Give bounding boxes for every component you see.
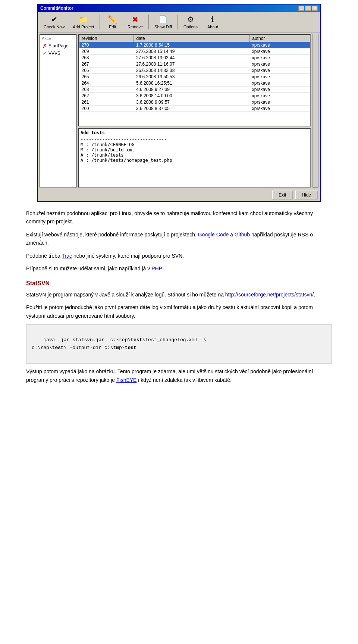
col-date: date: [134, 35, 250, 42]
scrollbar[interactable]: [313, 34, 318, 188]
edit-button[interactable]: ✏️ Edit: [102, 13, 123, 31]
para3-end: nebo jiné systémy, které mají podporu pr…: [73, 253, 184, 259]
table-row[interactable]: 2623.6.2008 14:09:00xprskave: [79, 93, 310, 99]
cell-revision: 263: [79, 87, 134, 93]
code-bold3: test: [125, 345, 136, 351]
code-bold1: test: [131, 337, 142, 343]
cell-date: 26.6.2008 14:32:38: [134, 67, 250, 74]
add-project-label: Add Project: [73, 25, 94, 29]
table-row[interactable]: 26727.6.2008 11:16:07xprskave: [79, 61, 310, 67]
cell-date: 3.6.2008 14:09:00: [134, 93, 250, 99]
cell-author: xprskave: [250, 67, 310, 74]
title-bar-buttons: _ □ ✕: [298, 6, 318, 11]
tree-item-vvvs[interactable]: ✓ VVVS: [42, 50, 75, 57]
php-link[interactable]: PHP: [151, 266, 162, 271]
google-code-link[interactable]: Google Code: [198, 232, 229, 238]
exit-button[interactable]: Exit: [272, 191, 293, 200]
table-row[interactable]: 26626.6.2008 14:32:38xprskave: [79, 67, 310, 74]
remove-button[interactable]: ✖ Remove: [124, 13, 146, 31]
cell-revision: 269: [79, 48, 134, 55]
cell-date: 3.6.2008 8:37:05: [134, 106, 250, 112]
bottom-bar: Exit Hide: [38, 189, 320, 201]
table-row[interactable]: 2701.7.2008 8:54:15xprskave: [79, 42, 310, 48]
check-now-button[interactable]: ✔ Check Now: [40, 13, 68, 31]
right-panel: revision date author 2701.7.2008 8:54:15…: [78, 34, 311, 188]
cell-date: 1.7.2008 8:54:15: [134, 42, 250, 48]
cell-author: xprskave: [250, 99, 310, 106]
log-entry: A : /trunk/tests/homepage_test.php: [81, 158, 309, 163]
trac-link[interactable]: Trac: [62, 253, 72, 259]
table-row[interactable]: 2634.6.2008 9:27:39xprskave: [79, 87, 310, 93]
paragraph-2: Existují webové nástroje, které podobné …: [26, 230, 332, 247]
cell-date: 26.6.2008 13:50:53: [134, 74, 250, 80]
cell-author: xprskave: [250, 48, 310, 55]
remove-label: Remove: [128, 25, 143, 29]
toolbar-separator-3: [178, 15, 178, 29]
vvvs-icon: ✓: [43, 50, 47, 56]
code-block: java -jar statsvn.jar c:\rep\test\test_c…: [26, 324, 332, 364]
options-button[interactable]: ⚙ Options: [180, 13, 201, 31]
table-row[interactable]: 26827.6.2008 13:02:44xprskave: [79, 55, 310, 61]
show-diff-label: Show Diff: [154, 25, 172, 29]
table-row[interactable]: 2613.6.2008 9:09:57xprskave: [79, 99, 310, 106]
cell-date: 5.6.2008 16:25:51: [134, 80, 250, 87]
tree-header: Akce: [42, 36, 75, 41]
log-title: Add tests: [81, 130, 309, 135]
check-now-icon: ✔: [51, 15, 57, 24]
cell-revision: 264: [79, 80, 134, 87]
check-now-label: Check Now: [44, 25, 65, 29]
about-button[interactable]: ℹ About: [202, 13, 223, 31]
cell-author: xprskave: [250, 93, 310, 99]
about-label: About: [207, 25, 218, 29]
page-content: Bohužel neznám podobnou aplikaci pro Lin…: [19, 209, 339, 384]
statsvn-heading: StatSVN: [26, 279, 332, 288]
table-row[interactable]: 26927.6.2008 15:14:49xprskave: [79, 48, 310, 55]
options-label: Options: [183, 25, 198, 29]
col-author: author: [250, 35, 310, 42]
paragraph-1: Bohužel neznám podobnou aplikaci pro Lin…: [26, 209, 332, 226]
hide-button[interactable]: Hide: [295, 191, 318, 200]
cell-date: 27.6.2008 15:14:49: [134, 48, 250, 55]
github-link[interactable]: Github: [235, 232, 250, 238]
close-button[interactable]: ✕: [312, 6, 318, 11]
para7-end: i když není zdaleka tak v líbivém kabátě…: [138, 377, 232, 383]
para2-mid: a: [230, 232, 235, 238]
edit-icon: ✏️: [108, 15, 117, 24]
toolbar: ✔ Check Now 📁 Add Project ✏️ Edit ✖ Remo…: [38, 12, 320, 32]
minimize-button[interactable]: _: [298, 6, 304, 11]
cell-date: 4.6.2008 9:27:39: [134, 87, 250, 93]
cell-revision: 265: [79, 74, 134, 80]
log-separator: --------------------------------: [81, 137, 309, 142]
revision-table: revision date author 2701.7.2008 8:54:15…: [79, 35, 310, 112]
table-row[interactable]: 2603.6.2008 8:37:05xprskave: [79, 106, 310, 112]
paragraph-6: Použití je potom jednoduché jako první p…: [26, 303, 332, 320]
fisheye-link[interactable]: FishEYE: [116, 377, 136, 383]
tree-item-startpage[interactable]: ✗ StartPage: [42, 42, 75, 50]
show-diff-button[interactable]: 📄 Show Diff: [151, 13, 175, 31]
window-title: CommitMonitor: [40, 6, 73, 11]
about-icon: ℹ: [211, 15, 214, 24]
cell-date: 3.6.2008 9:09:57: [134, 99, 250, 106]
maximize-button[interactable]: □: [305, 6, 311, 11]
cell-revision: 268: [79, 55, 134, 61]
main-area: Akce ✗ StartPage ✓ VVVS revision date: [38, 32, 320, 189]
table-row[interactable]: 2645.6.2008 16:25:51xprskave: [79, 80, 310, 87]
toolbar-separator-1: [100, 15, 100, 29]
log-entry: M : /trunk/build.xml: [81, 147, 309, 153]
paragraph-7: Výstup potom vypadá jako na obrázku. Ten…: [26, 367, 332, 384]
paragraph-4: Případně si to můžete udělat sami, jako …: [26, 264, 332, 273]
cell-author: xprskave: [250, 55, 310, 61]
table-row[interactable]: 26526.6.2008 13:50:53xprskave: [79, 74, 310, 80]
cell-revision: 267: [79, 61, 134, 67]
para3-start: Podobně třeba: [26, 253, 60, 259]
cell-author: xprskave: [250, 61, 310, 67]
add-project-button[interactable]: 📁 Add Project: [69, 13, 97, 31]
para4-end: .: [164, 266, 165, 271]
sourceforge-link[interactable]: http://sourceforge.net/projects/statsvn/: [225, 292, 314, 298]
log-panel: Add tests ------------------------------…: [78, 128, 311, 188]
add-project-icon: 📁: [79, 15, 88, 24]
vvvs-label: VVVS: [48, 51, 60, 56]
tree-panel: Akce ✗ StartPage ✓ VVVS: [40, 34, 77, 188]
code-line2: c:\rep\test\ -output-dir c:\tmp\test: [32, 345, 136, 351]
cell-date: 27.6.2008 13:02:44: [134, 55, 250, 61]
